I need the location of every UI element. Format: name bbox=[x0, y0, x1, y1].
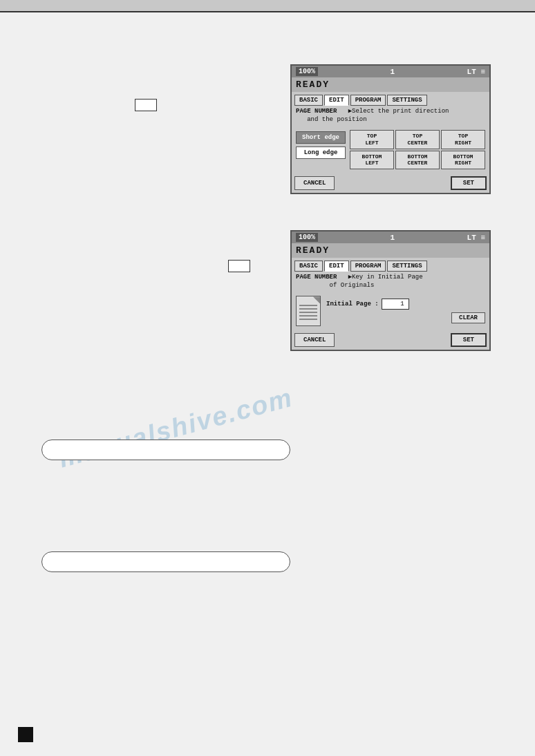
initial-page-label: Initial Page : bbox=[326, 301, 379, 308]
doc-line-1 bbox=[299, 305, 317, 306]
pos-top-center[interactable]: TOPCENTER bbox=[395, 130, 440, 149]
panel1-percent: 100% bbox=[296, 67, 318, 76]
initial-page-input-area: Initial Page : 1 CLEAR bbox=[326, 299, 485, 323]
doc-line-5 bbox=[299, 319, 317, 320]
panel2-cancel-button[interactable]: CANCEL bbox=[294, 333, 335, 347]
panel1-instruction-bar: PAGE NUMBER ▶Select the print direction … bbox=[292, 106, 489, 126]
panel2-set-button[interactable]: SET bbox=[451, 333, 487, 347]
doc-lines bbox=[299, 305, 317, 322]
panel2-ready: READY bbox=[292, 243, 489, 258]
doc-line-2 bbox=[299, 308, 317, 310]
doc-line-3 bbox=[299, 312, 317, 313]
doc-line-4 bbox=[299, 315, 317, 316]
top-bar bbox=[0, 0, 535, 12]
panel2-instruction-label: PAGE NUMBER bbox=[296, 274, 337, 281]
clear-button[interactable]: CLEAR bbox=[451, 312, 485, 323]
small-rect-2 bbox=[228, 260, 250, 272]
screen-panel-2: 100% 1 LT ≡ READY BASIC EDIT PROGRAM SET… bbox=[290, 230, 491, 351]
panel1-tab-settings[interactable]: SETTINGS bbox=[387, 95, 426, 106]
panel2-cancel-set-row: CANCEL SET bbox=[292, 330, 489, 350]
panel1-tab-row: BASIC EDIT PROGRAM SETTINGS bbox=[292, 92, 489, 106]
pos-bottom-right[interactable]: BOTTOMRIGHT bbox=[441, 151, 485, 169]
black-square bbox=[18, 727, 33, 742]
panel2-instruction-bar: PAGE NUMBER ▶Key in Initial Page of Orig… bbox=[292, 272, 489, 292]
panel1-instruction-label: PAGE NUMBER bbox=[296, 108, 337, 115]
pos-bottom-center[interactable]: BOTTOMCENTER bbox=[395, 151, 440, 169]
panel1-cancel-set-row: CANCEL SET bbox=[292, 173, 489, 193]
panel1-tab-basic[interactable]: BASIC bbox=[294, 95, 323, 106]
screen-panel-1: 100% 1 LT ≡ READY BASIC EDIT PROGRAM SET… bbox=[290, 64, 491, 194]
panel2-copies: 1 bbox=[391, 234, 395, 242]
panel2-tab-edit[interactable]: EDIT bbox=[324, 261, 349, 272]
main-content: 100% 1 LT ≡ READY BASIC EDIT PROGRAM SET… bbox=[0, 12, 535, 756]
initial-page-area: Initial Page : 1 CLEAR bbox=[292, 292, 489, 330]
pos-bottom-left[interactable]: BOTTOMLEFT bbox=[350, 151, 394, 169]
initial-page-value[interactable]: 1 bbox=[382, 299, 409, 310]
panel2-tab-basic[interactable]: BASIC bbox=[294, 261, 323, 272]
panel1-tab-program[interactable]: PROGRAM bbox=[350, 95, 386, 106]
panel2-lt: LT ≡ bbox=[467, 234, 485, 242]
position-grid: TOPLEFT TOPCENTER TOPRIGHT BOTTOMLEFT BO… bbox=[350, 130, 485, 169]
short-edge-button[interactable]: Short edge bbox=[296, 131, 346, 144]
edge-buttons: Short edge Long edge bbox=[296, 131, 346, 159]
pos-top-left[interactable]: TOPLEFT bbox=[350, 130, 394, 149]
panel2-tab-program[interactable]: PROGRAM bbox=[350, 261, 386, 272]
panel1-ready: READY bbox=[292, 77, 489, 92]
small-rect-1 bbox=[135, 99, 157, 111]
panel1-cancel-button[interactable]: CANCEL bbox=[294, 176, 335, 190]
panel1-copies: 1 bbox=[391, 68, 395, 76]
initial-page-row: Initial Page : 1 bbox=[326, 299, 485, 310]
direction-grid: Short edge Long edge TOPLEFT TOPCENTER T… bbox=[296, 130, 485, 169]
panel2-percent: 100% bbox=[296, 233, 318, 242]
rounded-rect-1 bbox=[41, 440, 290, 460]
panel1-set-button[interactable]: SET bbox=[451, 176, 487, 190]
document-icon bbox=[296, 296, 321, 326]
long-edge-button[interactable]: Long edge bbox=[296, 147, 346, 159]
panel1-body: Short edge Long edge TOPLEFT TOPCENTER T… bbox=[292, 126, 489, 173]
panel1-tab-edit[interactable]: EDIT bbox=[324, 95, 349, 106]
panel2-tab-settings[interactable]: SETTINGS bbox=[387, 261, 426, 272]
panel2-top-bar: 100% 1 LT ≡ bbox=[292, 231, 489, 243]
panel1-lt: LT ≡ bbox=[467, 68, 485, 76]
panel1-top-bar: 100% 1 LT ≡ bbox=[292, 66, 489, 77]
pos-top-right[interactable]: TOPRIGHT bbox=[441, 130, 485, 149]
panel2-tab-row: BASIC EDIT PROGRAM SETTINGS bbox=[292, 258, 489, 272]
rounded-rect-2 bbox=[41, 551, 290, 572]
